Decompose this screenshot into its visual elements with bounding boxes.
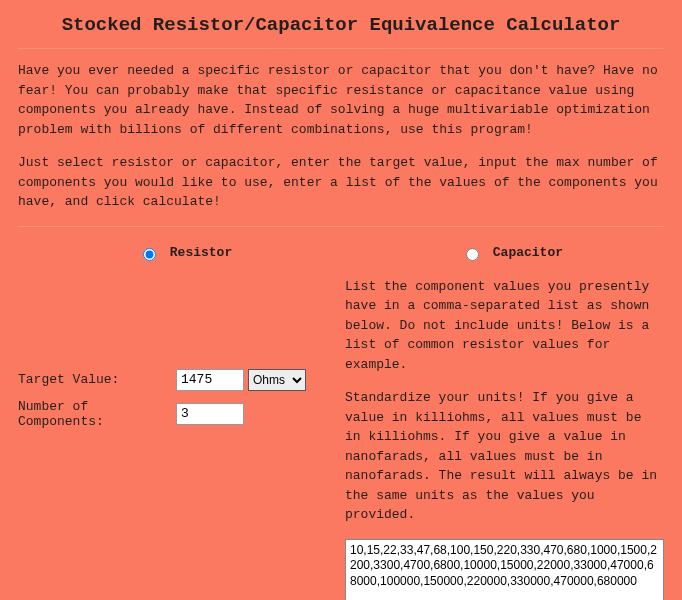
- intro-text-1: Have you ever needed a specific resistor…: [18, 61, 664, 139]
- target-value-input[interactable]: [176, 369, 244, 391]
- num-components-input[interactable]: [176, 403, 244, 425]
- values-instructions-2: Standardize your units! If you give a va…: [345, 388, 664, 525]
- values-instructions-1: List the component values you presently …: [345, 277, 664, 375]
- capacitor-label: Capacitor: [493, 245, 563, 260]
- unit-select[interactable]: Ohms: [248, 369, 306, 391]
- component-values-textarea[interactable]: [345, 539, 664, 601]
- divider-2: [18, 226, 664, 227]
- divider: [18, 48, 664, 49]
- capacitor-radio[interactable]: [466, 248, 479, 261]
- resistor-option[interactable]: Resistor: [138, 245, 232, 260]
- component-type-row: Resistor Capacitor: [18, 245, 664, 261]
- intro-text-2: Just select resistor or capacitor, enter…: [18, 153, 664, 212]
- page-title: Stocked Resistor/Capacitor Equivalence C…: [18, 14, 664, 36]
- target-value-label: Target Value:: [18, 372, 176, 387]
- resistor-radio[interactable]: [143, 248, 156, 261]
- capacitor-option[interactable]: Capacitor: [461, 245, 563, 260]
- num-components-label: Number of Components:: [18, 399, 176, 429]
- resistor-label: Resistor: [170, 245, 232, 260]
